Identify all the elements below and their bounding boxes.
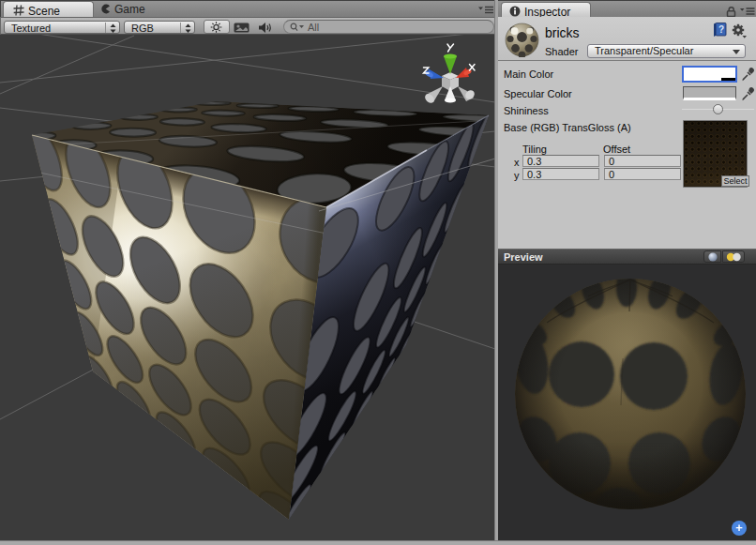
svg-text:?: ? [718, 24, 724, 35]
